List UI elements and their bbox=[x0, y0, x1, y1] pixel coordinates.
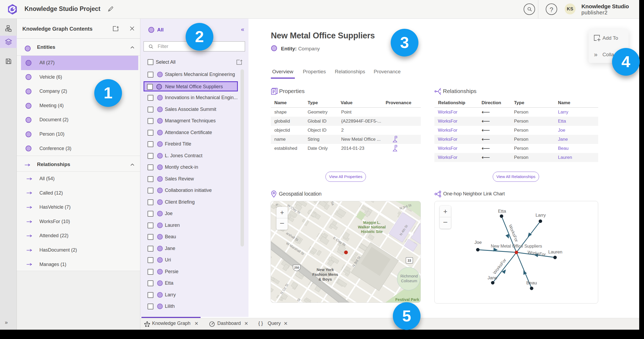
svg-text:Sa: Sa bbox=[330, 201, 335, 206]
svg-text:Coliseum: Coliseum bbox=[401, 279, 417, 283]
svg-text:Maggie L.: Maggie L. bbox=[363, 220, 381, 225]
svg-text:Lauren: Lauren bbox=[548, 249, 563, 255]
svg-text:Historic Site: Historic Site bbox=[361, 229, 383, 234]
svg-text:New York: New York bbox=[317, 268, 334, 272]
svg-text:& Boys: & Boys bbox=[319, 277, 332, 281]
svg-text:New Metal Office Suppliers: New Metal Office Suppliers bbox=[491, 244, 542, 248]
svg-text:Joe: Joe bbox=[474, 240, 482, 245]
svg-text:Larry: Larry bbox=[536, 213, 546, 218]
svg-text:Walker National: Walker National bbox=[358, 225, 386, 229]
svg-text:Fashion Mens: Fashion Mens bbox=[312, 272, 338, 277]
svg-text:Jane: Jane bbox=[488, 275, 498, 280]
svg-text:Festival Park: Festival Park bbox=[395, 297, 419, 302]
svg-text:Etta: Etta bbox=[498, 209, 506, 214]
svg-text:250: 250 bbox=[294, 266, 299, 269]
svg-text:WorksFor: WorksFor bbox=[508, 224, 519, 243]
svg-text:Beau: Beau bbox=[526, 280, 537, 285]
svg-text:Richmond: Richmond bbox=[400, 274, 418, 278]
svg-text:33: 33 bbox=[407, 259, 411, 263]
